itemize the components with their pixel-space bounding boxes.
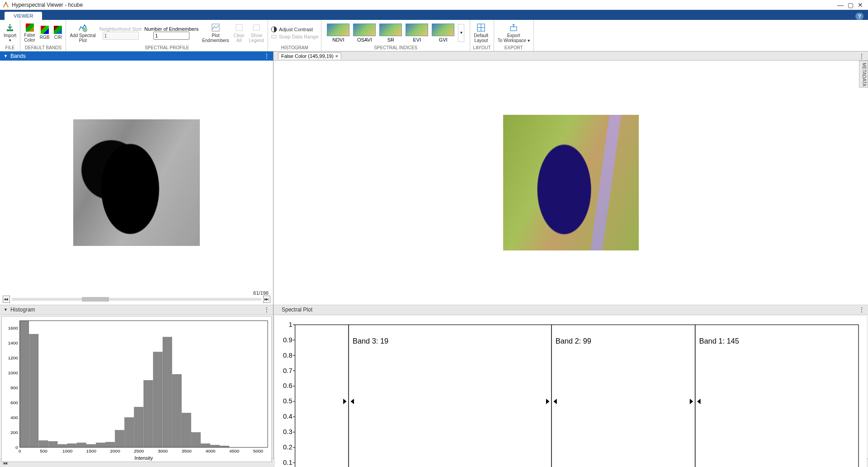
panel-menu-icon[interactable]: ⋮ [859, 53, 864, 59]
document-tabbar: False Color (145,99,19)× ⋮ [274, 52, 868, 61]
svg-marker-95 [546, 399, 549, 404]
false-color-view[interactable]: METADATA [274, 61, 868, 305]
svg-text:4000: 4000 [205, 448, 216, 453]
next-band-button[interactable]: ⏭ [263, 296, 270, 303]
add-plot-icon [78, 23, 87, 32]
svg-rect-22 [115, 430, 124, 448]
close-tab-button[interactable]: × [335, 53, 338, 59]
svg-rect-12 [20, 321, 29, 447]
spectral-plot-header[interactable]: Spectral Plot⋮ [274, 305, 868, 315]
svg-rect-17 [67, 443, 76, 447]
svg-rect-7 [272, 35, 276, 38]
svg-rect-28 [172, 374, 181, 447]
clear-icon [235, 23, 244, 32]
svg-text:0.6: 0.6 [283, 382, 292, 389]
svg-text:2500: 2500 [134, 448, 144, 453]
svg-text:Band 3: 19: Band 3: 19 [353, 337, 388, 345]
svg-text:0.4: 0.4 [283, 413, 292, 420]
svg-text:0.2: 0.2 [283, 443, 292, 451]
svg-rect-19 [86, 444, 95, 448]
svg-text:500: 500 [40, 448, 47, 453]
add-spectral-plot-button[interactable]: Add SpectralPlot [69, 23, 96, 43]
svg-marker-100 [697, 399, 700, 404]
tab-viewer[interactable]: VIEWER [5, 12, 42, 20]
neighborhood-size-input [103, 32, 139, 40]
minimize-button[interactable]: — [835, 1, 845, 9]
false-color-button[interactable]: FalseColor [23, 24, 36, 42]
metadata-sidebar-tab[interactable]: METADATA [859, 61, 868, 88]
svg-text:Band 1: 145: Band 1: 145 [699, 337, 739, 345]
chevron-down-icon: ▼ [4, 54, 8, 58]
index-osavi[interactable]: OSAVI [353, 24, 376, 42]
svg-text:1000: 1000 [62, 448, 73, 453]
band-scrubber[interactable] [12, 298, 261, 301]
rgb-button[interactable]: RGB [39, 26, 51, 40]
import-button[interactable]: Import▼ [3, 23, 17, 43]
svg-text:600: 600 [10, 400, 18, 405]
plot-endmembers-icon [211, 23, 220, 32]
false-color-image [503, 115, 639, 250]
svg-rect-20 [96, 443, 105, 448]
index-evi[interactable]: EVI [406, 24, 428, 42]
svg-rect-5 [253, 25, 259, 30]
index-sr[interactable]: SR [379, 24, 402, 42]
false-color-icon [26, 24, 34, 32]
import-icon [5, 23, 14, 32]
prev-band-button[interactable]: ⏮ [3, 296, 10, 303]
band-image [73, 119, 200, 246]
svg-rect-32 [211, 445, 220, 448]
svg-text:1200: 1200 [8, 355, 19, 360]
titlebar: Hyperspectral Viewer - hcube — ▢ ✕ [0, 0, 868, 10]
spectral-indices-gallery: NDVI OSAVI SR EVI GVI ▼ [324, 21, 467, 45]
window-title: Hyperspectral Viewer - hcube [12, 2, 835, 8]
export-icon [509, 23, 518, 32]
index-ndvi[interactable]: NDVI [327, 24, 349, 42]
help-button[interactable]: ? [855, 13, 863, 20]
svg-rect-4 [236, 24, 242, 31]
spectral-plot-chart: 00.10.20.30.40.50.60.70.80.9140060080010… [275, 316, 867, 467]
cir-button[interactable]: CIR [53, 26, 63, 40]
adjust-contrast-button[interactable]: Adjust Contrast [271, 26, 318, 33]
panel-menu-icon[interactable]: ⋮ [264, 52, 269, 60]
svg-text:0.7: 0.7 [283, 367, 292, 374]
svg-text:1: 1 [288, 321, 292, 328]
tab-false-color[interactable]: False Color (145,99,19)× [278, 52, 341, 59]
svg-text:0.9: 0.9 [283, 336, 292, 344]
close-button[interactable]: ✕ [855, 1, 865, 9]
export-button[interactable]: ExportTo Workspace ▾ [497, 23, 531, 43]
group-label-spectral: SPECTRAL PROFILE [69, 45, 264, 50]
svg-text:0.8: 0.8 [283, 352, 292, 359]
num-endmembers-field[interactable]: Number of Endmembers [144, 26, 198, 40]
panel-menu-icon[interactable]: ⋮ [264, 306, 269, 313]
svg-text:800: 800 [10, 385, 18, 390]
svg-text:400: 400 [10, 415, 18, 420]
app-icon [3, 2, 9, 8]
svg-text:1400: 1400 [8, 340, 19, 345]
histogram-panel-header[interactable]: ▼Histogram⋮ [0, 305, 273, 315]
svg-rect-30 [191, 433, 200, 448]
panel-menu-icon[interactable]: ⋮ [859, 306, 864, 313]
band-counter: 61/198 [253, 290, 269, 296]
svg-rect-24 [134, 407, 143, 448]
svg-text:1500: 1500 [86, 448, 97, 453]
bands-image-view[interactable]: 61/198 ⏮ ⏭ [0, 61, 273, 305]
group-label-export: EXPORT [497, 45, 531, 50]
plot-endmembers-button[interactable]: PlotEndmembers [201, 23, 230, 43]
indices-more-button[interactable]: ▼ [458, 24, 464, 42]
svg-rect-18 [77, 443, 86, 448]
group-label-indices: SPECTRAL INDICES [324, 45, 467, 50]
cir-icon [54, 26, 62, 34]
app-tabstrip: VIEWER ? [0, 10, 868, 20]
bands-panel-header[interactable]: ▼Bands⋮ [0, 52, 273, 61]
svg-text:2000: 2000 [110, 448, 121, 453]
svg-text:200: 200 [10, 430, 18, 435]
maximize-button[interactable]: ▢ [845, 1, 855, 9]
default-layout-button[interactable]: DefaultLayout [473, 23, 489, 43]
num-endmembers-input[interactable] [153, 32, 189, 40]
index-gvi[interactable]: GVI [432, 24, 454, 42]
rgb-icon [41, 26, 49, 34]
svg-text:0.5: 0.5 [283, 397, 292, 405]
chevron-down-icon: ▼ [4, 307, 8, 312]
svg-text:1600: 1600 [8, 325, 19, 330]
svg-text:0.3: 0.3 [283, 428, 292, 435]
